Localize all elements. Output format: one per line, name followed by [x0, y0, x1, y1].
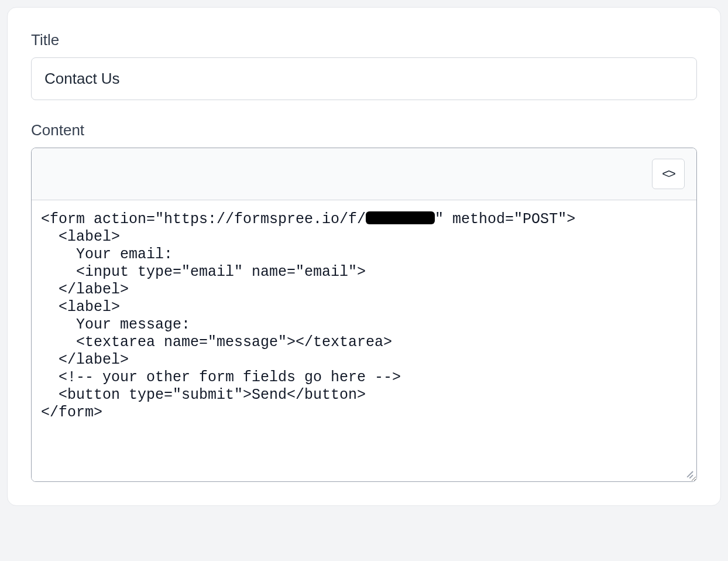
editor-card: Title Content <> <form action="https://f…	[7, 7, 721, 506]
content-code-area[interactable]: <form action="https://formspree.io/f/" m…	[32, 200, 696, 481]
code-text-suffix: " method="POST"> <label> Your email: <in…	[41, 211, 575, 421]
code-text-prefix: <form action="https://formspree.io/f/	[41, 211, 366, 228]
code-icon: <>	[662, 166, 675, 182]
content-label: Content	[31, 121, 697, 139]
redacted-form-id	[366, 211, 435, 224]
content-editor: <> <form action="https://formspree.io/f/…	[31, 148, 697, 482]
code-view-toggle-button[interactable]: <>	[652, 159, 685, 189]
title-input[interactable]	[31, 57, 697, 100]
content-field-group: Content <> <form action="https://formspr…	[31, 121, 697, 482]
title-label: Title	[31, 31, 697, 49]
editor-toolbar: <>	[32, 148, 696, 200]
editor-container: <form action="https://formspree.io/f/" m…	[32, 200, 696, 481]
title-field-group: Title	[31, 31, 697, 100]
